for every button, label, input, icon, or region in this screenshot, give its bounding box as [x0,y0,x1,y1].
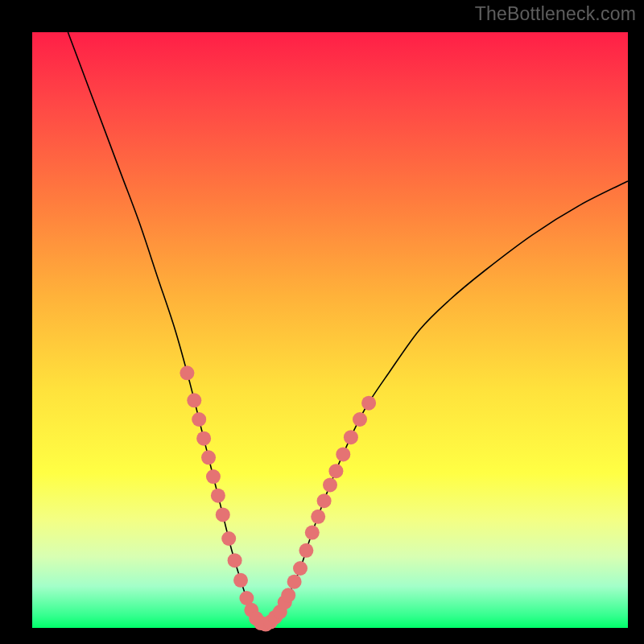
curve-marker [196,431,211,446]
plot-area [32,32,628,628]
curve-marker [293,561,308,576]
curve-marker [180,365,194,380]
curve-marker [216,507,230,522]
curve-marker [187,393,201,407]
curve-marker [281,588,295,602]
curve-marker [221,531,236,546]
chart-frame: TheBottleneck.com [0,0,644,644]
curve-marker [211,489,225,503]
curve-marker [317,493,332,508]
curve-marker [287,575,302,589]
curve-layer [32,32,628,628]
curve-marker [361,396,376,411]
curve-marker [233,573,248,588]
curve-marker [192,412,206,427]
curve-marker [228,553,242,568]
curve-marker [353,412,367,427]
curve-marker [328,464,343,478]
curve-marker [305,526,320,540]
curve-marker [206,469,221,484]
curve-marker [336,447,350,461]
curve-marker [323,477,337,492]
curve-markers [180,365,376,631]
curve-marker [311,510,325,524]
bottleneck-curve [68,32,628,625]
curve-marker [344,430,358,444]
watermark-text: TheBottleneck.com [475,3,636,25]
curve-marker [201,450,216,464]
curve-marker [299,543,313,558]
